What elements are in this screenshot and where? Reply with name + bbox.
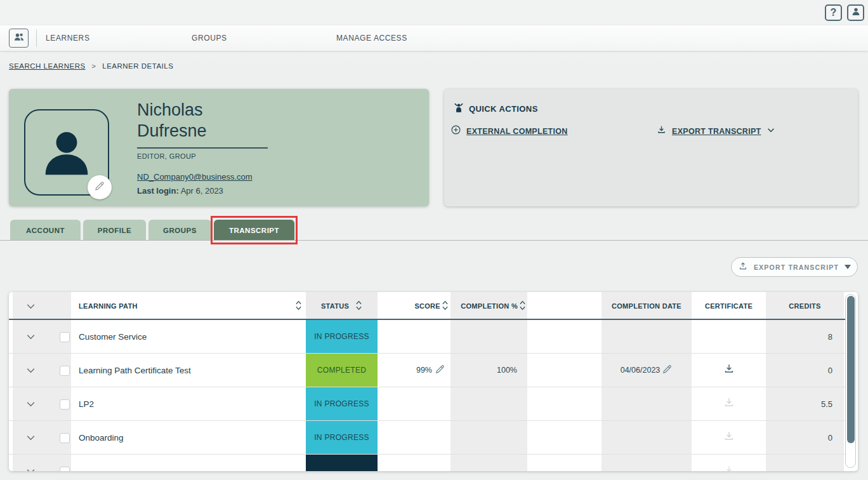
table-scrollbar-thumb[interactable] xyxy=(847,296,855,443)
column-header-score: SCORE xyxy=(378,292,449,320)
learner-first-name: Nicholas xyxy=(137,100,207,121)
row-checkbox[interactable] xyxy=(60,366,70,376)
cheering-person-icon xyxy=(453,102,464,116)
tab-profile[interactable]: PROFILE xyxy=(83,220,146,241)
credits-value: 0 xyxy=(766,354,844,387)
column-header-certificate: CERTIFICATE xyxy=(692,292,766,320)
people-icon xyxy=(13,30,25,46)
sort-icon[interactable] xyxy=(355,300,362,312)
sort-icon[interactable] xyxy=(442,300,449,312)
score-header-label: SCORE xyxy=(414,302,440,310)
learner-details-screen: ? LEARNERS GROUPS MANAGE ACCESS SEARCH L… xyxy=(0,0,868,480)
export-transcript-button[interactable]: EXPORT TRANSCRIPT xyxy=(731,257,858,277)
status-badge: COMPLETED xyxy=(306,354,378,387)
edit-date-pencil-icon[interactable] xyxy=(662,364,673,377)
nav-divider xyxy=(36,29,37,47)
download-icon xyxy=(656,124,667,138)
status-badge xyxy=(306,455,378,471)
learner-email-link[interactable]: ND_Company0@business.com xyxy=(137,172,253,182)
learning-path-header-label: LEARNING PATH xyxy=(79,302,138,310)
sort-icon[interactable] xyxy=(519,300,526,312)
certificate-header-label: CERTIFICATE xyxy=(705,302,753,310)
learners-home-button[interactable] xyxy=(9,29,29,48)
row-expand-chevron-icon[interactable] xyxy=(25,399,36,412)
row-checkbox[interactable] xyxy=(60,433,70,443)
credits-value: 8 xyxy=(766,320,844,353)
score-value: 99% xyxy=(416,366,432,375)
table-scrollbar-track[interactable] xyxy=(845,294,856,468)
status-badge: IN PROGRESS xyxy=(306,421,378,454)
chevron-down-icon xyxy=(766,126,775,137)
certificate-cell xyxy=(692,354,766,387)
column-header-learning-path: LEARNING PATH xyxy=(79,292,302,320)
breadcrumb: SEARCH LEARNERS > LEARNER DETAILS xyxy=(9,62,173,70)
export-transcript-label: EXPORT TRANSCRIPT xyxy=(672,127,761,136)
column-header-completion-pct: COMPLETION % xyxy=(450,292,526,320)
last-login: Last login: Apr 6, 2023 xyxy=(137,186,223,196)
profile-card: Nicholas Dufresne EDITOR, GROUP ND_Compa… xyxy=(9,89,429,206)
account-button[interactable] xyxy=(847,4,864,21)
learner-role: EDITOR, GROUP xyxy=(137,152,196,160)
nav-item-groups[interactable]: GROUPS xyxy=(192,25,227,51)
last-login-value: Apr 6, 2023 xyxy=(181,186,223,196)
score-cell: 99% xyxy=(378,354,450,387)
certificate-download-icon xyxy=(723,430,735,445)
status-badge: IN PROGRESS xyxy=(306,320,378,353)
external-completion-label: EXTERNAL COMPLETION xyxy=(466,127,568,136)
column-header-status: STATUS xyxy=(306,292,378,320)
certificate-cell xyxy=(692,421,766,454)
learner-last-name: Dufresne xyxy=(137,121,207,142)
breadcrumb-separator: > xyxy=(91,62,96,70)
table-row: Onboarding IN PROGRESS 0 xyxy=(9,421,853,455)
external-completion-link[interactable]: EXTERNAL COMPLETION xyxy=(450,124,568,138)
nav-item-manage-access[interactable]: MANAGE ACCESS xyxy=(336,25,407,51)
circle-plus-icon xyxy=(450,124,461,138)
help-button[interactable]: ? xyxy=(825,4,842,21)
breadcrumb-current: LEARNER DETAILS xyxy=(102,62,173,70)
row-checkbox[interactable] xyxy=(60,467,70,471)
row-checkbox[interactable] xyxy=(60,332,70,342)
table-row: Customer Service IN PROGRESS 8 xyxy=(9,320,853,354)
row-checkbox[interactable] xyxy=(60,399,70,410)
tab-groups[interactable]: GROUPS xyxy=(148,220,211,241)
breadcrumb-search-learners-link[interactable]: SEARCH LEARNERS xyxy=(9,62,86,70)
row-expand-chevron-icon[interactable] xyxy=(25,466,36,471)
row-expand-chevron-icon[interactable] xyxy=(25,331,36,345)
certificate-download-icon[interactable] xyxy=(723,363,735,378)
learning-path-name: LP2 xyxy=(79,387,94,420)
pencil-icon xyxy=(94,180,105,194)
nav-item-learners[interactable]: LEARNERS xyxy=(46,25,90,51)
certificate-download-icon xyxy=(723,464,735,472)
table-header: LEARNING PATH STATUS SCORE COMPLETION % … xyxy=(9,292,853,320)
table-row: LP2 IN PROGRESS 5.5 xyxy=(9,387,853,421)
column-header-completion-date: COMPLETION DATE xyxy=(602,292,692,320)
quick-actions-card: QUICK ACTIONS EXTERNAL COMPLETION EXPORT… xyxy=(444,89,858,206)
credits-value: 0 xyxy=(766,421,844,454)
expand-all-chevron-icon[interactable] xyxy=(25,292,36,320)
top-strip xyxy=(0,0,868,25)
name-underline xyxy=(137,147,268,149)
learning-path-name: Learning Path Certificate Test xyxy=(79,354,191,387)
completion-date-cell: 04/06/2023 xyxy=(602,354,692,387)
certificate-cell xyxy=(692,387,766,420)
quick-actions-header: QUICK ACTIONS xyxy=(453,102,538,116)
last-login-label: Last login: xyxy=(137,186,179,196)
edit-score-pencil-icon[interactable] xyxy=(435,364,445,377)
learning-path-name: Onboarding xyxy=(79,421,124,454)
edit-avatar-button[interactable] xyxy=(88,175,112,199)
sort-icon[interactable] xyxy=(295,300,302,312)
tab-account[interactable]: ACCOUNT xyxy=(10,220,81,241)
export-transcript-link[interactable]: EXPORT TRANSCRIPT xyxy=(656,124,775,138)
row-expand-chevron-icon[interactable] xyxy=(25,365,36,378)
completion-date-header-label: COMPLETION DATE xyxy=(612,302,681,310)
completion-pct-value: 100% xyxy=(450,354,527,387)
tabs-underline xyxy=(0,240,868,241)
tab-transcript[interactable]: TRANSCRIPT xyxy=(214,220,294,241)
completion-date-value: 04/06/2023 xyxy=(621,366,661,375)
row-expand-chevron-icon[interactable] xyxy=(25,432,36,446)
transcript-table: LEARNING PATH STATUS SCORE COMPLETION % … xyxy=(9,292,858,471)
completion-pct-header-label: COMPLETION % xyxy=(461,302,518,310)
learner-name: Nicholas Dufresne xyxy=(137,100,207,142)
nav-bar: LEARNERS GROUPS MANAGE ACCESS xyxy=(0,25,868,51)
certificate-cell xyxy=(692,455,766,471)
